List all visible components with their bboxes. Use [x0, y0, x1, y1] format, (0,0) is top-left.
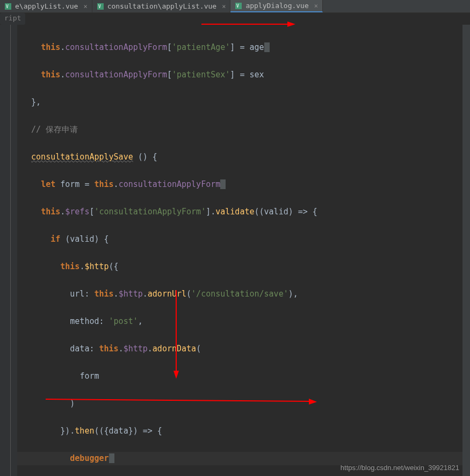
- tab-applydialog[interactable]: V applyDialog.vue ×: [230, 0, 323, 12]
- tab-applylist-2[interactable]: V consultation\applyList.vue ×: [92, 0, 231, 12]
- close-icon[interactable]: ×: [222, 3, 226, 10]
- tabs-bar: V e\applyList.vue × V consultation\apply…: [0, 0, 470, 13]
- svg-text:V: V: [6, 4, 9, 9]
- close-icon[interactable]: ×: [314, 2, 318, 10]
- svg-text:V: V: [98, 4, 101, 9]
- vue-file-icon: V: [4, 3, 12, 10]
- line-gutter: [0, 25, 11, 476]
- breadcrumb[interactable]: ript: [0, 13, 25, 25]
- vue-file-icon: V: [97, 3, 104, 10]
- tab-applylist-1[interactable]: V e\applyList.vue ×: [0, 0, 92, 12]
- watermark: https://blog.csdn.net/weixin_39921821: [341, 464, 459, 472]
- tab-label: applyDialog.vue: [245, 2, 308, 10]
- code-area[interactable]: this.consultationApplyForm['patientAge']…: [17, 25, 462, 476]
- vue-file-icon: V: [235, 2, 242, 10]
- fold-gutter[interactable]: [11, 25, 17, 476]
- editor: this.consultationApplyForm['patientAge']…: [0, 25, 470, 476]
- svg-text:V: V: [236, 4, 239, 9]
- tab-label: consultation\applyList.vue: [107, 2, 217, 10]
- close-icon[interactable]: ×: [83, 3, 87, 10]
- tab-label: e\applyList.vue: [15, 2, 78, 10]
- vertical-scrollbar[interactable]: [462, 25, 470, 476]
